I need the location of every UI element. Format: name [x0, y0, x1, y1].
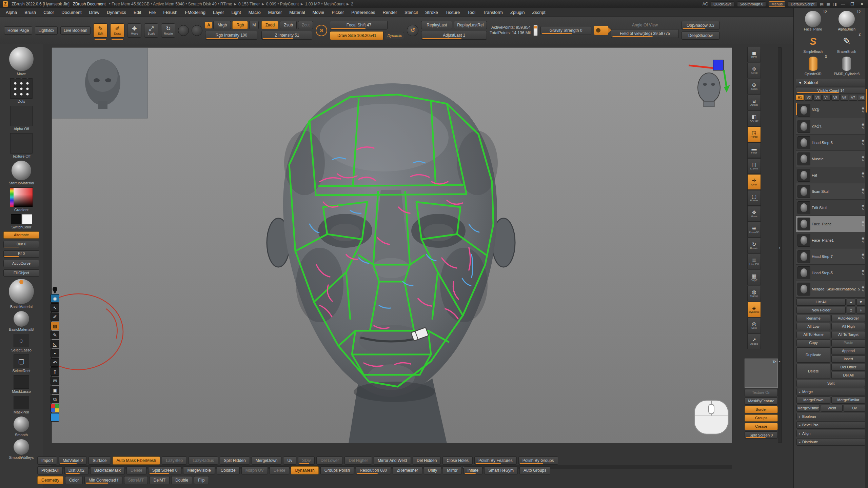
document-canvas[interactable]: [52, 47, 732, 443]
subtool-toggles[interactable]: ◉ ✎: [862, 155, 864, 162]
left-shelf-item[interactable]: Alternate: [0, 231, 43, 239]
bottom-button[interactable]: ZRemesher: [393, 466, 422, 474]
select-arrow-icon[interactable]: ↖: [51, 303, 59, 312]
align-section[interactable]: ▸ Align: [796, 430, 865, 437]
bottom-button[interactable]: Dist 0.02: [64, 466, 88, 474]
replay-icon[interactable]: ↺: [407, 25, 418, 36]
menu-item[interactable]: Texture: [442, 10, 464, 15]
point-icon[interactable]: •: [51, 349, 59, 358]
all-high-button[interactable]: All High: [831, 323, 865, 330]
zsub-button[interactable]: Zsub: [280, 21, 297, 29]
bottom-button[interactable]: Unify: [424, 466, 441, 474]
left-shelf-item[interactable]: Smooth: [0, 416, 43, 437]
bottom-button[interactable]: MergeVisible: [183, 466, 215, 474]
sculptris-pro-button[interactable]: S: [316, 25, 327, 36]
version-tab[interactable]: V4: [822, 95, 830, 101]
menu-item[interactable]: Alpha: [2, 10, 21, 15]
bottom-button[interactable]: Mirror And Weld: [374, 456, 411, 465]
weld-button[interactable]: Weld: [821, 405, 843, 412]
visible-count-slider[interactable]: Visible Count 14: [796, 87, 866, 94]
zadd-button[interactable]: Zadd: [261, 21, 278, 29]
home-page-button[interactable]: Home Page: [4, 26, 32, 35]
rgb-intensity-slider[interactable]: Rgb Intensity 100: [205, 31, 257, 40]
bottom-button[interactable]: Polish By Groups: [518, 456, 558, 465]
undo-icon[interactable]: ↶: [51, 358, 59, 367]
tool-thumbnail[interactable]: PM3D_Cylinder3: [830, 55, 864, 77]
divider-icon[interactable]: ◨: [833, 2, 837, 6]
menu-item[interactable]: Light: [228, 10, 244, 15]
divider-expand-icon[interactable]: ▸: [779, 360, 781, 363]
subtool-item[interactable]: Muscle ◉ ✎: [796, 151, 866, 167]
menu-item[interactable]: Movie: [309, 10, 328, 15]
left-shelf-item[interactable]: SmoothValleys: [0, 439, 43, 460]
fov-slider[interactable]: Field of view(deg) 39.59775: [611, 29, 679, 38]
subtool-item[interactable]: Fat ◉ ✎: [796, 167, 866, 183]
left-shelf-thumbnail[interactable]: [10, 187, 33, 207]
subtool-toggles[interactable]: ◉ ✎: [862, 220, 864, 227]
deep-shadow-button[interactable]: DeepShadow: [682, 32, 719, 40]
rename-button[interactable]: Rename: [796, 315, 830, 322]
menu-item[interactable]: Document: [58, 10, 85, 15]
tool-preview[interactable]: [805, 33, 821, 49]
right-shelf-button[interactable]: ✥ Scroll: [747, 63, 761, 78]
image-icon[interactable]: ▣: [51, 386, 59, 394]
right-shelf-button[interactable]: ⊕ Zoom: [747, 79, 761, 94]
bottom-button[interactable]: Polish By Features: [474, 456, 517, 465]
version-tab[interactable]: V1: [796, 95, 804, 101]
subtool-toggles[interactable]: ◉ ✎: [862, 106, 864, 114]
subtool-item[interactable]: Head Step-5 ◉ ✎: [796, 265, 866, 281]
version-tab[interactable]: V2: [805, 95, 813, 101]
menu-item[interactable]: Macro: [245, 10, 264, 15]
edit-button[interactable]: ✎ Edit: [93, 23, 107, 38]
folder-up-icon[interactable]: ↥: [847, 307, 855, 314]
right-shelf-button[interactable]: ▬ Floor: [747, 142, 761, 158]
insert-button[interactable]: Insert: [831, 355, 865, 363]
default-zscript-button[interactable]: DefaultZScript: [788, 1, 817, 7]
subtool-toggles[interactable]: ◉ ✎: [862, 204, 864, 211]
bottom-button[interactable]: Del Higher: [344, 456, 372, 465]
pin-icon[interactable]: [53, 287, 57, 291]
pen-icon[interactable]: ✎: [51, 331, 59, 339]
list-all-button[interactable]: List All: [796, 299, 846, 306]
append-button[interactable]: Append: [831, 347, 865, 354]
left-shelf-item[interactable]: SelectRect: [0, 354, 43, 373]
subtool-toggles[interactable]: ◉ ✎: [862, 253, 864, 260]
subtool-toggles[interactable]: ◉ ✎: [862, 171, 864, 179]
subtool-item[interactable]: Edit Skull ◉ ✎: [796, 200, 866, 216]
bottom-button[interactable]: ProjectAll: [37, 466, 63, 474]
clipboard-icon[interactable]: ⧉: [51, 395, 59, 403]
left-shelf-item[interactable]: BasicMaterial: [0, 279, 43, 309]
bottom-button[interactable]: Auto Mask FiberMesh: [113, 456, 160, 465]
boolean-section[interactable]: ▸ Boolean: [796, 413, 865, 420]
anchor-badge[interactable]: A: [205, 22, 212, 28]
left-shelf-item[interactable]: Alpha Off: [0, 106, 43, 131]
del-other-button[interactable]: Del Other: [831, 364, 865, 371]
layout-icon[interactable]: ▤: [820, 2, 824, 6]
left-shelf-item[interactable]: Rf 0: [0, 250, 43, 258]
menu-item[interactable]: Brush: [21, 10, 40, 15]
bottom-button[interactable]: Morph UV: [241, 466, 268, 474]
bottom-button[interactable]: Delete: [270, 466, 290, 474]
left-shelf-item[interactable]: Texture Off: [0, 133, 43, 158]
move-button[interactable]: ✥ Move: [127, 23, 141, 38]
draw-size-slider[interactable]: Draw Size 108.20541: [330, 31, 383, 40]
bottom-button[interactable]: Color: [65, 476, 83, 484]
bottom-button[interactable]: Del Hidden: [413, 456, 441, 465]
bottom-button[interactable]: Resolution 680: [356, 466, 391, 474]
divider-collapse-icon[interactable]: ◂: [778, 246, 780, 249]
trash-icon[interactable]: ▯: [51, 367, 59, 376]
left-shelf-thumbnail[interactable]: [14, 334, 29, 347]
left-shelf-item[interactable]: StartupMaterial: [0, 161, 43, 185]
subtool-item[interactable]: Scan Skull ◉ ✎: [796, 183, 866, 200]
draw-button[interactable]: ✐ Draw: [110, 23, 124, 38]
menu-item[interactable]: Tool: [463, 10, 479, 15]
menu-item[interactable]: Edit: [130, 10, 145, 15]
merge-down-button[interactable]: MergeDown: [796, 396, 830, 404]
mrgb-button[interactable]: Mrgb: [213, 21, 231, 29]
gravity-strength-slider[interactable]: Gravity Strength 0: [540, 26, 591, 35]
gravity-direction-widget[interactable]: [533, 25, 538, 36]
split-button[interactable]: Split: [796, 380, 865, 387]
replay-last-button[interactable]: ReplayLast: [421, 21, 452, 29]
sculpt-viewport[interactable]: [52, 48, 732, 443]
live-boolean-button[interactable]: Live Boolean: [60, 26, 91, 35]
